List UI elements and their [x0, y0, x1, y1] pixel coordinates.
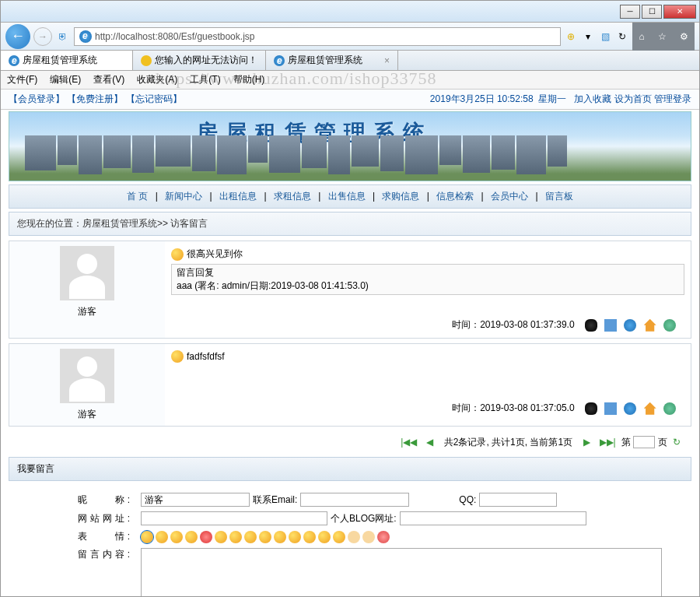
star-icon[interactable]: ☆ [658, 31, 667, 42]
tab-favicon [274, 55, 285, 66]
nickname-input[interactable] [141, 493, 250, 507]
forward-button[interactable]: → [33, 27, 52, 46]
nav-rent-out[interactable]: 出租信息 [215, 191, 261, 202]
website-input[interactable] [141, 511, 327, 525]
back-button[interactable]: ← [5, 24, 30, 49]
emoji-option[interactable] [289, 531, 301, 543]
menu-edit[interactable]: 编辑(E) [50, 73, 81, 86]
content-textarea[interactable] [141, 548, 662, 596]
qq-icon[interactable] [585, 402, 597, 415]
reply-text: aaa (署名: admin/日期:2019-03-08 01:41:53.0) [177, 279, 679, 293]
gear-icon[interactable]: ⚙ [680, 31, 688, 42]
pagination: |◀◀ ◀ 共2条记录, 共计1页, 当前第1页 ▶ ▶▶| 第 页 ↻ [1, 431, 699, 454]
ie-link-icon[interactable] [624, 402, 636, 415]
nav-news[interactable]: 新闻中心 [160, 191, 207, 202]
nav-seek-rent[interactable]: 求租信息 [269, 191, 316, 202]
window-minimize-button[interactable]: ─ [620, 5, 640, 19]
tab-close-icon[interactable]: × [384, 55, 390, 66]
member-login-link[interactable]: 【会员登录】 [9, 93, 65, 104]
nav-home[interactable]: 首 页 [122, 191, 152, 202]
window-maximize-button[interactable]: ☐ [642, 5, 662, 19]
nav-sale[interactable]: 出售信息 [324, 191, 370, 202]
emoji-option[interactable] [170, 531, 183, 543]
qq-icon[interactable] [585, 319, 597, 332]
emoji-option[interactable] [333, 531, 345, 543]
nav-member[interactable]: 会员中心 [486, 191, 533, 202]
nav-seek-buy[interactable]: 求购信息 [377, 191, 424, 202]
emoji-picker [141, 531, 390, 543]
add-favorite-link[interactable]: 加入收藏 [574, 93, 611, 104]
register-link[interactable]: 【免费注册】 [67, 93, 123, 104]
globe-icon[interactable] [663, 319, 676, 332]
nav-guestbook[interactable]: 留言板 [541, 191, 578, 202]
home-link-icon[interactable] [644, 402, 656, 415]
time-label: 时间： [452, 402, 480, 413]
prev-page-button[interactable]: ◀ [426, 437, 433, 448]
email-label: 联系Email: [253, 493, 297, 507]
message-text: fadfsfdfsf [187, 351, 225, 362]
smile-icon [171, 248, 184, 261]
emoji-option[interactable] [229, 531, 242, 543]
next-page-button[interactable]: ▶ [583, 437, 590, 448]
emoji-option[interactable] [215, 531, 227, 543]
tab-label: 房屋租赁管理系统 [23, 54, 97, 67]
menu-tools[interactable]: 工具(T) [190, 73, 220, 86]
menu-view[interactable]: 查看(V) [93, 73, 124, 86]
nav-search[interactable]: 信息检索 [432, 191, 478, 202]
website-label: 网站网址: [13, 512, 138, 525]
browser-tab-3[interactable]: 房屋租赁管理系统 × [266, 51, 398, 70]
menu-bar: 文件(F) 编辑(E) 查看(V) 收藏夹(A) 工具(T) 帮助(H) [1, 71, 699, 90]
page-input[interactable] [633, 436, 655, 448]
emoji-option[interactable] [141, 531, 153, 543]
url-input[interactable] [95, 31, 555, 42]
go-page-button[interactable]: ↻ [673, 437, 681, 448]
address-bar[interactable] [74, 27, 561, 46]
emoji-option[interactable] [200, 531, 212, 543]
emoji-option[interactable] [362, 531, 375, 543]
ie-icon [79, 30, 92, 43]
email-input[interactable] [300, 493, 409, 507]
add-favorite-icon[interactable]: ⊕ [564, 30, 578, 44]
blog-input[interactable] [400, 511, 586, 525]
site-banner: 房屋租赁管理系统 [9, 111, 691, 181]
last-page-button[interactable]: ▶▶| [600, 437, 616, 448]
emoji-option[interactable] [185, 531, 198, 543]
blog-label: 个人BLOG网址: [331, 512, 397, 525]
security-shield-icon[interactable]: ⛨ [55, 29, 71, 44]
refresh-icon[interactable]: ↻ [615, 30, 629, 44]
window-close-button[interactable]: ✕ [663, 5, 696, 19]
admin-login-link[interactable]: 管理登录 [654, 93, 691, 104]
emoji-option[interactable] [156, 531, 168, 543]
emoji-option[interactable] [259, 531, 271, 543]
emoji-option[interactable] [348, 531, 360, 543]
email-icon[interactable] [604, 319, 617, 332]
emoji-option[interactable] [377, 531, 390, 543]
guestbook-entry: 游客 很高兴见到你 留言回复 aaa (署名: admin/日期:2019-03… [9, 241, 691, 339]
browser-tab-1[interactable]: 房屋租赁管理系统 [1, 51, 133, 70]
qq-label: QQ: [459, 494, 476, 505]
browser-tab-2[interactable]: 您输入的网址无法访问！ [133, 51, 266, 70]
menu-file[interactable]: 文件(F) [7, 73, 37, 86]
dropdown-icon[interactable]: ▾ [581, 30, 595, 44]
first-page-button[interactable]: |◀◀ [401, 437, 417, 448]
email-icon[interactable] [604, 402, 617, 415]
guest-name: 游客 [14, 408, 160, 421]
emoji-option[interactable] [274, 531, 286, 543]
menu-help[interactable]: 帮助(H) [233, 73, 265, 86]
guest-name: 游客 [14, 305, 160, 318]
avatar [60, 246, 114, 300]
emoji-option[interactable] [303, 531, 316, 543]
qq-input[interactable] [479, 493, 557, 507]
main-nav: 首 页 | 新闻中心 | 出租信息 | 求租信息 | 出售信息 | 求购信息 |… [9, 184, 691, 209]
menu-favorites[interactable]: 收藏夹(A) [137, 73, 177, 86]
home-icon[interactable]: ⌂ [639, 31, 644, 42]
emoji-label: 表 情: [13, 530, 138, 543]
ie-link-icon[interactable] [624, 319, 636, 332]
emoji-option[interactable] [318, 531, 331, 543]
emoji-option[interactable] [244, 531, 257, 543]
globe-icon[interactable] [663, 402, 676, 415]
home-link-icon[interactable] [644, 319, 656, 332]
forgot-password-link[interactable]: 【忘记密码】 [126, 93, 182, 104]
picture-icon[interactable]: ▧ [598, 30, 612, 44]
set-homepage-link[interactable]: 设为首页 [614, 93, 652, 104]
